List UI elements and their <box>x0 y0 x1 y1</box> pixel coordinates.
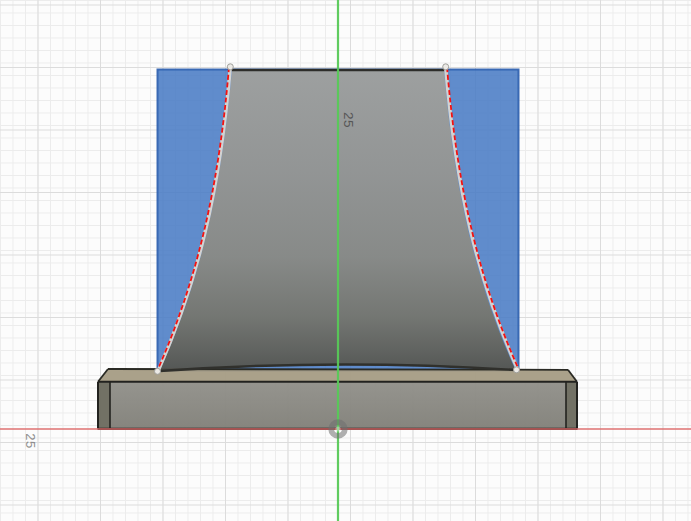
sketch-point[interactable] <box>443 64 449 70</box>
base-left-chamfer-face[interactable] <box>98 382 110 429</box>
sketch-point[interactable] <box>155 368 161 374</box>
grid-label-horizontal-axis: 25 <box>23 433 38 448</box>
cad-viewport[interactable]: 25 25 <box>0 0 691 521</box>
sketch-point[interactable] <box>227 64 233 70</box>
sketch-point[interactable] <box>514 367 520 373</box>
grid-label-vertical-axis: 25 <box>341 112 356 128</box>
base-right-chamfer-face[interactable] <box>566 382 577 429</box>
origin-point[interactable] <box>331 422 345 436</box>
origin-center <box>335 426 340 431</box>
viewport-canvas[interactable]: 25 25 <box>0 0 691 521</box>
